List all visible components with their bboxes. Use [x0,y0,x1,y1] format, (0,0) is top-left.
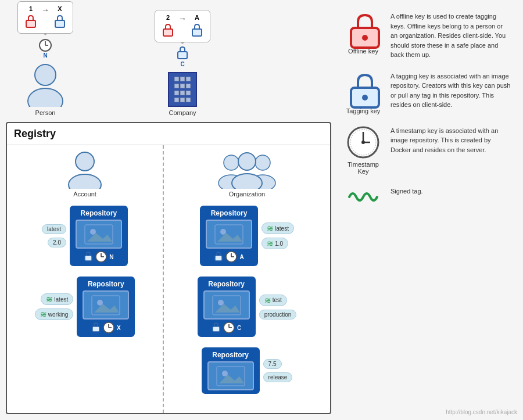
repo2-tag-working-signed: ≋ working [35,308,73,320]
registry-right: Organization Repository [164,145,330,413]
timestamp-key-label: Timestamp Key [343,161,384,175]
org-label: Organization [229,191,265,198]
company-block: 2 → A [155,10,210,116]
svg-rect-9 [178,52,187,59]
person-figure: Person [22,63,69,116]
registry-right-repo2: Repository [170,277,324,337]
org-svg [215,151,279,189]
repo2-key-x: X [117,325,121,331]
company-key-c-label: C [180,61,184,67]
org-repo1-title: Repository [211,209,248,217]
repo2-title: Repository [88,280,124,288]
svg-point-31 [232,174,262,189]
repo1-clock [95,251,107,263]
org-repo2-img-svg [212,295,241,315]
org-repo1-lock [214,251,223,263]
svg-point-11 [69,174,101,189]
org-repo3-box: Repository [202,347,260,394]
org-repo3-tags: 7.5 release [263,359,293,382]
offline-key-icon: Offline key [343,12,384,55]
org-repo2-title: Repository [208,280,245,288]
org-repo2-lock [212,322,221,333]
repo1-title: Repository [81,209,117,217]
svg-point-10 [76,152,94,171]
clock-key-n [38,36,52,52]
person-label: Person [35,109,56,116]
red-lock-legend [349,12,378,45]
svg-point-28 [255,155,270,170]
org-repo1-tags: ≋ latest ≋ 1.0 [262,222,294,249]
company-key-a-label: A [195,14,199,21]
blue-lock-legend [349,71,378,105]
person-key-x-label: X [58,5,62,12]
company-key-a: A [190,14,204,38]
repo1-lock [84,251,93,263]
org-repo2-image [203,290,250,320]
repo2-image [83,290,129,320]
svg-rect-7 [163,29,173,36]
timestamp-clock-svg [347,126,379,159]
top-section: 1 → X [6,6,331,122]
repo1-tag-latest: latest [42,224,66,234]
company-figure: Company [168,72,197,116]
company-red-lock [161,22,175,38]
svg-rect-15 [85,256,92,261]
org-repo3-title: Repository [212,351,249,359]
repo1-key-n: N [109,254,113,260]
svg-rect-0 [26,20,35,27]
company-key-c-area: C [175,45,189,67]
repo2-tags-left: ≋ latest ≋ working [35,293,73,320]
org-repo1-box: Repository [200,206,258,266]
org-repo1-tag-latest: ≋ latest [262,222,294,234]
red-lock-icon [24,13,38,30]
person-speech-bubble: 1 → X [17,1,73,34]
blue-lock-icon [53,13,67,30]
repo2-tag-latest-signed: ≋ latest [41,293,73,305]
org-repo1-img-svg [214,224,243,245]
svg-rect-42 [213,326,220,332]
svg-point-50 [362,35,368,41]
svg-point-5 [35,64,56,85]
timestamp-key-icon: Timestamp Key [343,126,384,175]
org-repo2-box: Repository [198,277,256,337]
legend-tagging-key: Tagging key A tagging key is associated … [343,71,511,114]
svg-point-52 [362,95,368,100]
registry-right-repo3: Repository 7.5 release [170,347,324,394]
repo1-keys: N [84,251,113,263]
company-speech-bubble: 2 → A [155,10,210,42]
svg-point-26 [224,155,239,170]
repo2-clock [103,322,114,333]
person-key-1: 1 [24,5,38,30]
svg-rect-8 [192,29,202,36]
person-key-n-label: N [43,52,47,59]
svg-point-30 [238,153,256,170]
wave-svg [347,186,379,207]
offline-key-text: A offline key is used to create tagging … [391,12,511,60]
registry-content: Account latest 2.0 Repository [7,145,330,413]
org-figure: Organization [215,151,279,198]
account-label: Account [73,191,96,198]
person-block: 1 → X [17,1,73,116]
company-blue-lock-a [190,22,204,38]
tagging-key-svg [349,71,381,109]
image-placeholder-svg2 [91,295,120,315]
legend-timestamp-key: Timestamp Key A timestamp key is associa… [343,126,511,175]
repo2-box: Repository [77,277,135,337]
person-key-1-label: 1 [29,5,33,12]
org-repo3-img-svg [216,366,245,386]
arrow-1: → [41,5,49,15]
image-placeholder-svg [84,224,113,245]
repo1-tag-2: 2.0 [48,238,66,247]
org-repo2-key-c: C [237,325,241,331]
org-repo1-image [206,220,252,249]
signed-tag-icon [343,186,384,207]
org-repo1-tag-10: ≋ 1.0 [262,238,288,249]
repo1-tags-left: latest 2.0 [42,224,66,247]
org-repo2-tags: ≋ test production [259,295,297,320]
svg-rect-22 [92,326,99,332]
account-figure: Account [62,151,108,198]
registry-right-repo1: Repository [170,206,324,266]
registry-left-repo1: latest 2.0 Repository [13,206,157,266]
tagging-key-text: A tagging key is associated with an imag… [391,71,511,110]
registry-panel: Registry Account latest [6,122,331,414]
